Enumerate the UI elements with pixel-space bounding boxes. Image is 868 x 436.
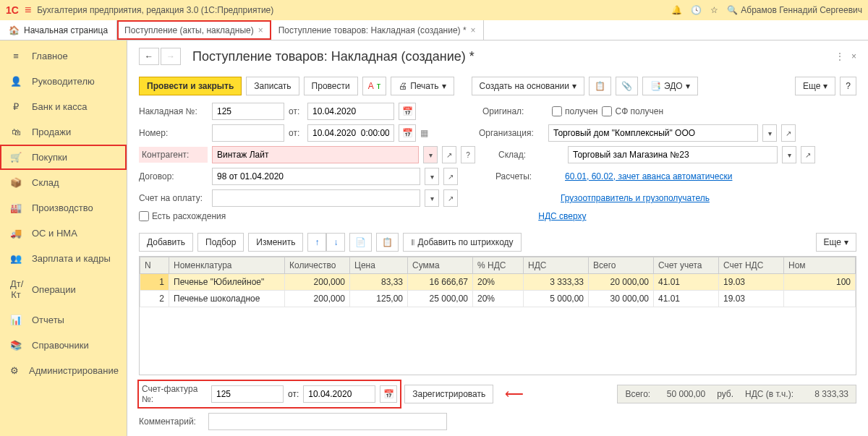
hint-button[interactable]: ? — [461, 146, 475, 163]
edit-button[interactable]: Изменить — [248, 233, 303, 252]
user-menu[interactable]: 🔍 Абрамов Геннадий Сергеевич — [727, 5, 862, 15]
dogovor-input[interactable] — [212, 168, 420, 185]
nav-refs[interactable]: 📚Справочники — [0, 333, 127, 358]
number-input[interactable] — [212, 124, 284, 142]
expand-icon[interactable]: ↗ — [781, 124, 796, 142]
move-up-button[interactable]: ↑ — [307, 233, 326, 252]
dropdown-icon[interactable]: ▾ — [782, 146, 796, 163]
sf-number-input[interactable] — [211, 385, 284, 403]
box-icon: 📦 — [10, 177, 22, 188]
table-row[interactable]: 1Печенье "Юбилейное"200,00083,3316 666,6… — [140, 274, 856, 291]
book-icon: 📚 — [10, 340, 22, 351]
nav-warehouse[interactable]: 📦Склад — [0, 170, 127, 195]
nakl-number-input[interactable] — [212, 103, 284, 120]
close-icon[interactable]: × — [471, 25, 476, 35]
nav-manager[interactable]: 👤Руководителю — [0, 69, 127, 94]
post-button[interactable]: Провести — [304, 77, 358, 95]
dropdown-icon[interactable]: ▾ — [423, 146, 438, 163]
nds-link[interactable]: НДС сверху — [538, 211, 586, 221]
nav-salary[interactable]: 👥Зарплата и кадры — [0, 246, 127, 271]
tab-invoice[interactable]: Поступление товаров: Накладная (создание… — [271, 20, 484, 40]
calendar-icon[interactable]: 📅 — [399, 124, 416, 142]
forward-button[interactable]: → — [161, 48, 181, 65]
placeholder-icon: ▦ — [420, 128, 428, 138]
nav-main[interactable]: ≡Главное — [0, 43, 127, 69]
attachments-button[interactable]: 📎 — [616, 77, 638, 95]
nav-ops[interactable]: Дт/КтОперации — [0, 271, 127, 307]
calendar-icon[interactable]: 📅 — [380, 385, 397, 403]
close-page-icon[interactable]: × — [851, 51, 856, 61]
dropdown-icon[interactable]: ▾ — [425, 189, 439, 207]
close-icon[interactable]: × — [258, 25, 263, 35]
page-title: Поступление товаров: Накладная (создание… — [192, 49, 824, 64]
annotation-arrow: ⟵ — [505, 386, 524, 402]
truck-icon: 🚚 — [10, 228, 22, 239]
bell-icon[interactable]: 🔔 — [671, 5, 682, 15]
totals-panel: Всего: 50 000,00 руб. НДС (в т.ч.): 8 33… — [617, 385, 856, 403]
more-button[interactable]: Еще ▾ — [795, 77, 835, 95]
star-icon[interactable]: ☆ — [710, 5, 718, 15]
nakl-label: Накладная №: — [139, 106, 208, 116]
write-button[interactable]: Записать — [246, 77, 299, 95]
date-input[interactable] — [307, 124, 394, 142]
nav-reports[interactable]: 📊Отчеты — [0, 307, 127, 333]
barcode-button[interactable]: ⫴ Добавить по штрихкоду — [403, 233, 521, 252]
print-button[interactable]: 🖨 Печать ▾ — [391, 77, 454, 95]
gear-icon: ⚙ — [10, 365, 19, 376]
dt-kt-button[interactable]: Ат — [362, 77, 387, 95]
home-tab[interactable]: 🏠 Начальная страница — [0, 20, 117, 40]
menu-dots-icon[interactable]: ⋮ — [835, 51, 844, 61]
expand-icon[interactable]: ↗ — [443, 168, 458, 185]
expand-icon[interactable]: ↗ — [801, 146, 815, 163]
manager-icon: 👤 — [10, 76, 22, 87]
sf-date-input[interactable] — [303, 385, 375, 403]
move-down-button[interactable]: ↓ — [326, 233, 345, 252]
dropdown-icon[interactable]: ▾ — [762, 124, 777, 142]
register-button[interactable]: Зарегистрировать — [404, 385, 493, 403]
received-checkbox[interactable]: получен — [552, 106, 597, 116]
nav-assets[interactable]: 🚚ОС и НМА — [0, 221, 127, 246]
comment-input[interactable] — [208, 413, 447, 430]
nav-bank[interactable]: ₽Банк и касса — [0, 94, 127, 119]
org-input[interactable] — [548, 124, 758, 142]
related-button[interactable]: 📋 — [589, 77, 611, 95]
nakl-date-input[interactable] — [307, 103, 394, 120]
expand-icon[interactable]: ↗ — [443, 189, 458, 207]
copy-button[interactable]: 📄 — [349, 233, 372, 252]
nav-sales[interactable]: 🛍Продажи — [0, 119, 127, 145]
back-button[interactable]: ← — [139, 48, 159, 65]
help-button[interactable]: ? — [840, 77, 856, 95]
dropdown-icon[interactable]: ▾ — [425, 168, 439, 185]
post-and-close-button[interactable]: Провести и закрыть — [139, 77, 242, 95]
nav-admin[interactable]: ⚙Администрирование — [0, 358, 127, 383]
history-icon[interactable]: 🕓 — [691, 5, 702, 15]
calendar-icon[interactable]: 📅 — [399, 103, 416, 120]
menu-icon[interactable]: ≡ — [25, 4, 31, 17]
chart-icon: 📊 — [10, 315, 22, 325]
table-row[interactable]: 2Печенье шоколадное200,000125,0025 000,0… — [140, 291, 856, 307]
tabsbar: 🏠 Начальная страница Поступление (акты, … — [0, 20, 868, 40]
items-table[interactable]: N Номенклатура Количество Цена Сумма % Н… — [139, 256, 856, 375]
pick-button[interactable]: Подбор — [197, 233, 244, 252]
nav-production[interactable]: 🏭Производство — [0, 195, 127, 221]
create-based-button[interactable]: Создать на основании ▾ — [472, 77, 585, 95]
edo-button[interactable]: 📑 ЭДО ▾ — [642, 77, 698, 95]
contragent-input[interactable] — [212, 146, 419, 163]
sklad-input[interactable] — [568, 146, 778, 163]
factory-icon: 🏭 — [10, 202, 22, 213]
tab-receipts[interactable]: Поступление (акты, накладные)× — [117, 20, 271, 40]
rasx-checkbox[interactable]: Есть расхождения — [139, 211, 226, 221]
bag-icon: 🛍 — [10, 127, 22, 137]
home-icon: ≡ — [10, 51, 22, 61]
gruz-link[interactable]: Грузоотправитель и грузополучатель — [561, 193, 710, 203]
paste-button[interactable]: 📋 — [376, 233, 399, 252]
schet-input[interactable] — [212, 189, 420, 207]
raschety-link[interactable]: 60.01, 60.02, зачет аванса автоматически — [565, 171, 732, 181]
table-more-button[interactable]: Еще ▾ — [816, 233, 856, 252]
people-icon: 👥 — [10, 253, 22, 264]
add-row-button[interactable]: Добавить — [139, 233, 193, 252]
sf-received-checkbox[interactable]: СФ получен — [602, 106, 663, 116]
expand-icon[interactable]: ↗ — [442, 146, 456, 163]
nav-purchases[interactable]: 🛒Покупки — [0, 145, 127, 170]
titlebar: 1С ≡ Бухгалтерия предприятия, редакция 3… — [0, 0, 868, 20]
